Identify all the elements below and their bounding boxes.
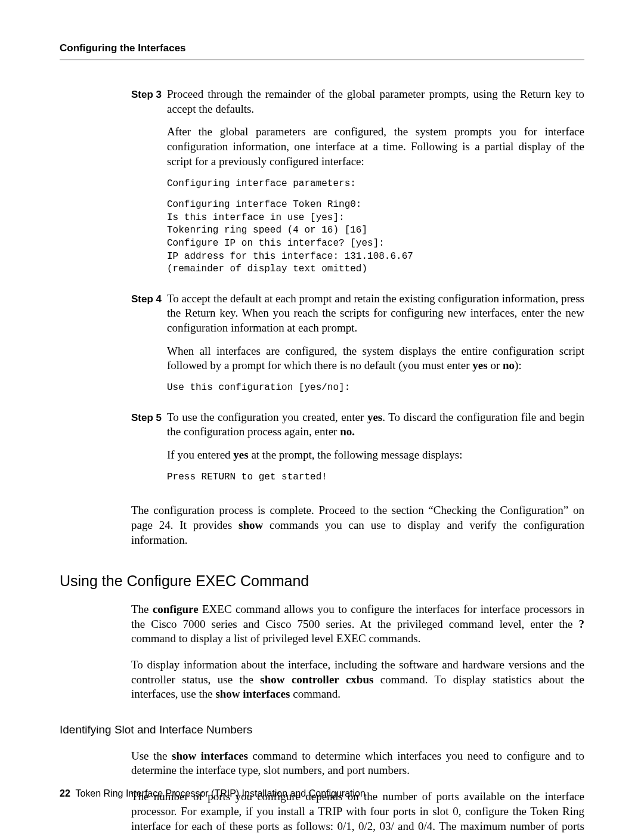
step-4-label: Step 4 xyxy=(131,292,167,306)
heading-identifying-slot: Identifying Slot and Interface Numbers xyxy=(60,723,584,738)
bold-yes: yes xyxy=(472,359,487,371)
bold-no: no xyxy=(503,359,515,371)
text: EXEC command allows you to configure the… xyxy=(131,603,584,630)
bold-yes: yes xyxy=(233,448,248,461)
bold-no: no. xyxy=(340,425,355,438)
bold-show-interfaces: show interfaces xyxy=(215,688,290,700)
step-5-block: Step 5 To use the configuration you crea… xyxy=(131,410,584,493)
footer-title: Token Ring Interface Processor (TRIP) In… xyxy=(75,788,365,798)
step-4-code: Use this configuration [yes/no]: xyxy=(167,382,584,395)
step-4-p2: When all interfaces are configured, the … xyxy=(167,344,584,373)
text: or xyxy=(488,359,503,371)
page-number: 22 xyxy=(60,788,70,798)
step-3-body: Proceed through the remainder of the glo… xyxy=(167,87,584,284)
bold-configure: configure xyxy=(153,603,199,615)
bold-show-interfaces: show interfaces xyxy=(172,750,248,762)
bold-show-controller: show controller cxbus xyxy=(260,673,373,686)
step-3-code1: Configuring interface parameters: xyxy=(167,178,584,191)
text: To use the configuration you created, en… xyxy=(167,411,367,423)
step-5-code: Press RETURN to get started! xyxy=(167,471,584,484)
bold-question: ? xyxy=(579,618,585,630)
text: The xyxy=(131,603,153,615)
step-4-block: Step 4 To accept the default at each pro… xyxy=(131,292,584,403)
text: command. xyxy=(290,688,340,700)
sub-p1: Use the show interfaces command to deter… xyxy=(131,749,584,778)
step-3-label: Step 3 xyxy=(131,87,167,101)
step-3-code2: Configuring interface Token Ring0: Is th… xyxy=(167,199,584,276)
step-3-p2: After the global parameters are configur… xyxy=(167,125,584,169)
step-5-p2: If you entered yes at the prompt, the fo… xyxy=(167,448,584,463)
step-4-body: To accept the default at each prompt and… xyxy=(167,292,584,403)
bold-yes: yes xyxy=(367,411,382,423)
header-rule xyxy=(60,60,584,60)
step-3-block: Step 3 Proceed through the remainder of … xyxy=(131,87,584,284)
text: at the prompt, the following message dis… xyxy=(249,448,463,461)
page: Configuring the Interfaces Step 3 Procee… xyxy=(0,0,644,833)
heading-configure-exec: Using the Configure EXEC Command xyxy=(60,571,584,591)
running-head: Configuring the Interfaces xyxy=(60,42,584,55)
text: ): xyxy=(515,359,522,371)
sec-p1: The configure EXEC command allows you to… xyxy=(131,602,584,646)
closing-paragraph: The configuration process is complete. P… xyxy=(131,503,584,547)
text: When all interfaces are configured, the … xyxy=(167,345,584,372)
page-footer: 22 Token Ring Interface Processor (TRIP)… xyxy=(60,788,366,800)
step-5-p1: To use the configuration you created, en… xyxy=(167,410,584,439)
bold-show: show xyxy=(239,519,263,531)
step-5-body: To use the configuration you created, en… xyxy=(167,410,584,493)
sec-p2: To display information about the interfa… xyxy=(131,658,584,702)
text: command to display a list of privileged … xyxy=(131,632,420,645)
text: If you entered xyxy=(167,448,233,461)
text: Use the xyxy=(131,750,172,762)
step-5-label: Step 5 xyxy=(131,410,167,425)
step-4-p1: To accept the default at each prompt and… xyxy=(167,292,584,336)
step-3-p1: Proceed through the remainder of the glo… xyxy=(167,87,584,116)
